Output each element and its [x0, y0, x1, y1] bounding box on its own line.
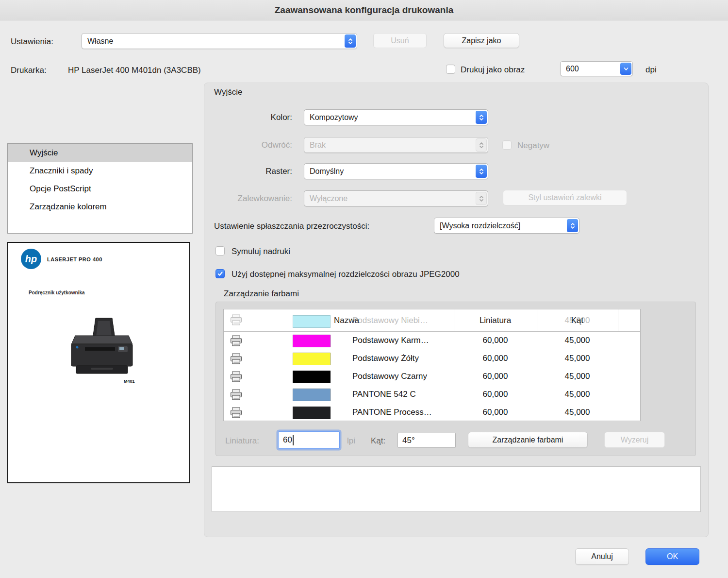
ink-row-pantone-process[interactable]: PANTONE Process… 60,000 45,000 — [224, 404, 640, 422]
reset-button: Wyzeruj — [604, 432, 665, 448]
column-header-frequency: Liniatura — [454, 316, 537, 325]
ink-name: PANTONE 542 C — [352, 390, 416, 399]
raster-label: Raster: — [204, 167, 292, 176]
ink-name: Podstawowy Karm… — [352, 336, 429, 345]
ink-table-header: Podstawowy Niebi… 45,000 Nazwa Liniatura… — [224, 309, 640, 332]
updown-chevrons-icon — [567, 219, 578, 232]
raster-select[interactable]: Domyślny — [304, 163, 488, 179]
settings-select-value: Własne — [82, 37, 344, 46]
printer-photo — [66, 313, 138, 389]
frequency-input[interactable]: 60 — [278, 431, 340, 449]
ink-color-swatch — [293, 389, 331, 401]
settings-select[interactable]: Własne — [82, 33, 357, 49]
jpeg2000-checkbox[interactable] — [215, 269, 225, 278]
chevron-down-icon — [620, 63, 631, 75]
color-select-value: Kompozytowy — [304, 113, 475, 122]
ink-frequency: 60,000 — [454, 354, 537, 363]
color-select[interactable]: Kompozytowy — [304, 109, 488, 125]
hp-logo: hp — [21, 249, 41, 269]
ink-angle: 45,000 — [537, 390, 618, 399]
ink-row-pantone-542[interactable]: PANTONE 542 C 60,000 45,000 — [224, 386, 640, 404]
updown-chevrons-icon — [476, 165, 487, 178]
ink-row-yellow[interactable]: Podstawowy Żółty 60,000 45,000 — [224, 350, 640, 368]
ink-name: Podstawowy Czarny — [352, 372, 427, 381]
negative-label: Negatyw — [517, 141, 549, 151]
printer-icon — [230, 389, 243, 403]
flattener-select[interactable]: [Wysoka rozdzielczość] — [434, 218, 579, 234]
preview-model-label: M401 — [124, 379, 135, 384]
flattener-select-value: [Wysoka rozdzielczość] — [434, 221, 566, 230]
print-as-image-checkbox[interactable] — [446, 65, 455, 74]
flattener-label: Ustawienie spłaszczania przezroczystości… — [214, 221, 369, 231]
simulate-overprint-checkbox[interactable] — [215, 246, 225, 255]
invert-select: Brak — [304, 137, 488, 153]
printer-label: Drukarka: — [11, 66, 47, 75]
ink-angle: 45,000 — [537, 354, 618, 363]
ink-color-swatch — [293, 371, 331, 383]
sidebar-item-postscript[interactable]: Opcje PostScript — [8, 180, 192, 198]
column-separator — [618, 309, 618, 331]
updown-chevrons-icon — [476, 111, 487, 124]
column-header-name: Nazwa — [334, 316, 359, 325]
ink-name: PANTONE Process… — [352, 408, 432, 417]
frequency-input-value: 60 — [283, 435, 292, 445]
ink-row-magenta[interactable]: Podstawowy Karm… 60,000 45,000 — [224, 332, 640, 350]
ink-name-ghost: Podstawowy Niebi… — [352, 316, 428, 325]
dialog-title: Zaawansowana konfiguracja drukowania — [275, 5, 454, 15]
output-settings-group: Wyjście Kolor: Kompozytowy Odwróć: Brak … — [204, 83, 709, 537]
lpi-unit-label: lpi — [347, 436, 355, 446]
jpeg2000-label: Użyj dostępnej maksymalnej rozdzielczośc… — [232, 270, 460, 279]
invert-label: Odwróć: — [204, 140, 292, 150]
column-separator — [537, 309, 537, 331]
sidebar-item-znaczniki[interactable]: Znaczniki i spady — [8, 162, 192, 180]
printer-icon — [230, 407, 243, 421]
text-caret — [293, 435, 294, 445]
cancel-button[interactable]: Anuluj — [575, 548, 629, 565]
delete-preset-button: Usuń — [373, 33, 427, 48]
trap-style-button: Styl ustawień zalewki — [503, 190, 627, 205]
ink-angle: 45,000 — [537, 336, 618, 345]
invert-select-value: Brak — [304, 141, 475, 150]
column-separator — [454, 309, 454, 331]
column-header-angle: Kąt — [537, 316, 618, 325]
raster-select-value: Domyślny — [304, 167, 475, 176]
ink-frequency: 60,000 — [454, 408, 537, 417]
ink-angle: 45,000 — [537, 408, 618, 417]
ink-manager-title: Zarządzanie farbami — [224, 289, 299, 299]
dpi-select-value: 600 — [561, 65, 619, 73]
ink-row-black[interactable]: Podstawowy Czarny 60,000 45,000 — [224, 368, 640, 386]
simulate-overprint-label: Symuluj nadruki — [232, 247, 290, 256]
dpi-select[interactable]: 600 — [560, 61, 633, 76]
ink-frequency: 60,000 — [454, 390, 537, 399]
updown-chevrons-icon — [476, 192, 487, 205]
frequency-label: Liniatura: — [225, 436, 259, 446]
sidebar-item-wyjscie[interactable]: Wyjście — [8, 144, 192, 162]
ink-angle: 45,000 — [537, 372, 618, 381]
description-box — [212, 466, 701, 512]
printer-icon — [230, 353, 243, 367]
ink-frequency: 60,000 — [454, 336, 537, 345]
angle-input[interactable]: 45° — [397, 433, 456, 448]
ink-color-swatch — [293, 353, 331, 365]
ok-button[interactable]: OK — [645, 548, 699, 565]
sidebar-item-zarzadzanie-kolorem[interactable]: Zarządzanie kolorem — [8, 198, 192, 216]
ink-name: Podstawowy Żółty — [352, 354, 419, 363]
dialog-titlebar: Zaawansowana konfiguracja drukowania — [0, 0, 728, 20]
preview-product-title: LASERJET PRO 400 — [47, 256, 102, 262]
preview-subtitle: Podręcznik użytkownika — [29, 290, 85, 295]
document-preview: hp LASERJET PRO 400 Podręcznik użytkowni… — [7, 242, 190, 483]
trapping-select: Wyłączone — [304, 190, 488, 206]
updown-chevrons-icon — [476, 138, 487, 152]
angle-input-value: 45° — [402, 436, 415, 445]
check-icon — [217, 271, 223, 277]
print-as-image-label: Drukuj jako obraz — [461, 65, 525, 75]
angle-label: Kąt: — [371, 436, 385, 446]
save-as-button[interactable]: Zapisz jako — [444, 33, 519, 48]
dpi-unit-label: dpi — [645, 65, 657, 75]
printer-icon — [230, 371, 243, 385]
printer-name: HP LaserJet 400 M401dn (3A3CBB) — [68, 66, 201, 75]
color-label: Kolor: — [204, 113, 292, 122]
trapping-select-value: Wyłączone — [304, 194, 475, 203]
ink-manage-button[interactable]: Zarządzanie farbami — [468, 432, 588, 448]
printer-icon — [230, 335, 243, 349]
